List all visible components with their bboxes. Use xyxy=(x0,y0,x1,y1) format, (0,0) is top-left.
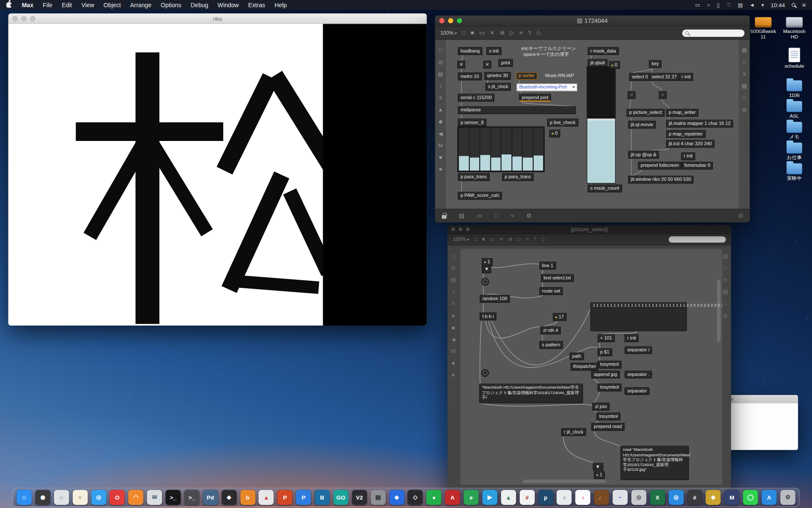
comment-muse-device[interactable]: Muse-RN-IAP xyxy=(543,72,576,80)
riko-titlebar[interactable]: riko xyxy=(8,14,427,24)
patch-object[interactable]: s init xyxy=(486,47,501,55)
sketchup[interactable]: ▲ xyxy=(259,490,274,505)
patch-object[interactable]: p para_trans xyxy=(502,173,533,181)
patch-object[interactable]: p PAW_score_calc xyxy=(458,192,502,199)
close-icon[interactable]: ✕ xyxy=(499,237,503,242)
garageband[interactable]: ♩ xyxy=(594,490,609,505)
main-patcher-window[interactable]: 1724044 100% □■▭✕⊕▷≡?◇ □◎▤♪≡▲◆◀M■★ xyxy=(435,16,750,223)
preview[interactable]: ○ xyxy=(54,490,69,505)
toggle-checkbox[interactable]: ✕ xyxy=(483,61,491,68)
menu-item[interactable]: Help xyxy=(270,0,291,10)
patch-object[interactable]: line 1 xyxy=(539,262,556,269)
firefox[interactable]: ◠ xyxy=(129,490,144,505)
patch-object[interactable]: jit.matrix mapper 1 char 16 12 xyxy=(666,120,733,127)
windows-icon[interactable]: ▤ xyxy=(459,213,464,218)
patch-object[interactable]: s jit_clock xyxy=(486,83,511,91)
lock-icon[interactable] xyxy=(442,215,447,219)
pattern-message-box[interactable]: 1 1 1 1 1 1 1 1 1 1 1 1 1 1 1 1 1 1 1 1 … xyxy=(590,302,687,331)
multislider-bar[interactable] xyxy=(502,128,511,170)
align-icon[interactable]: ⊕ xyxy=(508,237,513,242)
help-icon[interactable]: ? xyxy=(534,237,537,242)
meter-icon[interactable]: ■ xyxy=(452,360,455,366)
menu-item[interactable]: Edit xyxy=(57,0,77,10)
desktop-icon-macintosh-hd[interactable]: Macintosh HD xyxy=(779,17,809,40)
favorites-icon[interactable]: ★ xyxy=(451,372,455,378)
unity[interactable]: ◇ xyxy=(408,490,423,505)
keynote[interactable]: P xyxy=(296,490,311,505)
packages-icon[interactable]: ◆ xyxy=(439,119,442,124)
patch-object[interactable]: t b b i xyxy=(480,312,496,320)
toggle-checkbox[interactable]: ✕ xyxy=(659,91,667,99)
patch-object[interactable]: p map_repainter xyxy=(666,130,705,138)
list-icon[interactable]: ≡ xyxy=(526,237,529,242)
patcher-view-icon[interactable]: □ xyxy=(474,237,477,242)
adobe[interactable]: A xyxy=(445,490,460,505)
patch-object[interactable]: p $1 xyxy=(598,348,612,356)
desktop-icon-asl[interactable]: ASL xyxy=(779,99,809,119)
patch-object[interactable]: p live_check xyxy=(547,119,578,126)
number-box[interactable]: 0 xyxy=(609,61,620,69)
speaker-icon[interactable]: ◀ xyxy=(451,337,455,342)
menu-item[interactable]: Debug xyxy=(186,0,213,10)
terminal[interactable]: >_ xyxy=(166,490,181,505)
message-box[interactable]: path xyxy=(570,353,584,360)
bear[interactable]: B xyxy=(315,490,330,505)
menu-item[interactable]: Object xyxy=(99,0,126,10)
info-icon[interactable]: ○ xyxy=(724,265,727,271)
appstore[interactable]: A xyxy=(762,490,777,505)
patch-object[interactable]: p sorter xyxy=(516,72,537,80)
menu-item[interactable]: View xyxy=(77,0,99,10)
umenu-arrow[interactable]: ▼ xyxy=(482,265,491,273)
desktop-icon-1106[interactable]: 1106 xyxy=(779,78,809,98)
bang-button[interactable] xyxy=(481,369,489,377)
picture-select-titlebar[interactable]: [picture_select] xyxy=(447,225,731,234)
reference-icon[interactable]: ▤ xyxy=(451,277,456,282)
desktop-icon-500gbwork[interactable]: 500GBwork 11 xyxy=(748,17,778,40)
patch-object[interactable]: p para_trans xyxy=(458,173,489,181)
multislider-bar[interactable] xyxy=(523,128,532,170)
desktop-icon-oshigoto[interactable]: お仕事 xyxy=(779,140,809,160)
app-menu[interactable]: Max xyxy=(17,0,38,10)
zoom-control[interactable]: 100% xyxy=(440,30,457,36)
align-icon[interactable]: ⊕ xyxy=(500,30,505,36)
menu-item[interactable]: Options xyxy=(156,0,186,10)
patcher-view-icon[interactable]: □ xyxy=(462,30,465,36)
input-source-icon[interactable]: ▤ xyxy=(738,0,743,10)
close-icon[interactable]: ✕ xyxy=(490,30,494,36)
excel[interactable]: X xyxy=(650,490,665,505)
patch-object[interactable]: tosymbol xyxy=(598,361,621,368)
patch-object[interactable]: r mask_data xyxy=(588,47,619,55)
patch-object[interactable]: p map_writer xyxy=(666,109,698,116)
media-icon[interactable]: ▲ xyxy=(438,107,443,112)
media-icon[interactable]: ▲ xyxy=(451,312,456,318)
patch-object[interactable]: select 32 27 xyxy=(649,73,680,81)
power-icon[interactable]: ⊙ xyxy=(738,213,743,218)
riko-window[interactable]: riko xyxy=(8,14,427,326)
menu-item[interactable]: Arrange xyxy=(126,0,156,10)
detail-list-icon[interactable]: ▤ xyxy=(723,289,728,294)
patch-object[interactable]: s pattern xyxy=(539,341,562,349)
comment-space-next-kanji[interactable]: spaceキーで次の漢字 xyxy=(521,51,571,59)
midi-monitor[interactable]: ▤ xyxy=(370,490,386,505)
patch-object[interactable]: r init xyxy=(625,334,639,342)
mixer-icon[interactable]: ≡ xyxy=(439,95,442,100)
audio-icon[interactable]: ♪ xyxy=(439,83,442,88)
go-app[interactable]: GO xyxy=(333,490,348,505)
patch-object[interactable]: fsmenubar 0 xyxy=(682,162,713,169)
main-titlebar[interactable]: 1724044 xyxy=(435,16,750,27)
max[interactable]: M xyxy=(724,490,740,505)
handbrake[interactable]: ◎ xyxy=(631,490,647,505)
packages-icon[interactable]: ◆ xyxy=(451,325,455,330)
speaker-icon[interactable]: ◀ xyxy=(439,131,442,136)
slack[interactable]: # xyxy=(519,490,535,505)
patch-object[interactable]: + 101 xyxy=(598,334,614,342)
max-for-live-icon[interactable]: M xyxy=(451,348,455,354)
comment-icon[interactable]: ▭ xyxy=(490,237,495,242)
play-icon[interactable]: ▷ xyxy=(517,237,521,242)
spotlight-icon[interactable] xyxy=(792,3,796,7)
inspector-icon[interactable]: ◎ xyxy=(451,265,455,271)
favorites-icon[interactable]: ★ xyxy=(438,166,443,172)
inspector-icon[interactable]: ◎ xyxy=(438,59,443,65)
patch-object[interactable]: metro 10 xyxy=(458,72,482,80)
audacity[interactable]: ~ xyxy=(613,490,628,505)
